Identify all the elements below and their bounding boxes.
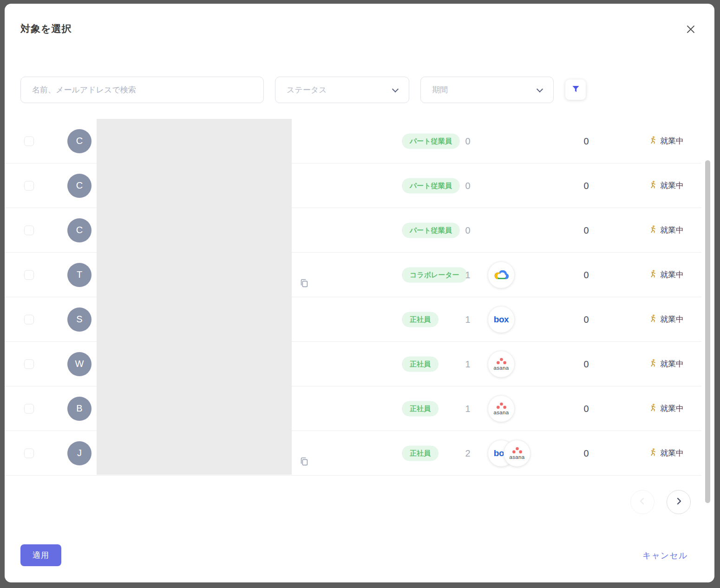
status: 就業中 [648,180,684,191]
avatar: C [67,218,92,242]
chevron-right-icon [674,497,683,508]
row-checkbox[interactable] [24,404,34,413]
avatar: T [67,263,92,287]
runner-icon [648,314,657,325]
app-count: 1 [460,269,476,280]
status-select[interactable]: ステータス [275,77,409,103]
chevron-left-icon [638,497,647,508]
status: 就業中 [648,448,684,459]
app-icons: asana [488,395,515,422]
secondary-count: 0 [581,269,592,280]
avatar: J [67,441,92,465]
asana-icon: asana [488,351,515,378]
row-checkbox[interactable] [24,448,34,458]
row-checkbox[interactable] [24,225,34,235]
secondary-count: 0 [581,180,592,191]
google-cloud-icon [488,261,515,288]
app-count: 0 [460,136,476,146]
employment-type-badge: パート従業員 [402,178,460,193]
period-select-label: 期間 [432,85,448,95]
app-count: 2 [460,448,476,458]
app-count: 0 [460,225,476,235]
status-label: 就業中 [660,180,684,191]
row-checkbox[interactable] [24,314,34,324]
redacted-names-block [97,119,292,475]
runner-icon [648,403,657,414]
avatar: W [67,352,92,376]
row-checkbox[interactable] [24,270,34,280]
close-icon [687,25,695,35]
employment-type-badge: パート従業員 [402,222,460,238]
app-icons: asana [488,351,515,378]
funnel-icon [571,84,581,96]
status-label: 就業中 [660,314,684,325]
avatar: C [67,174,92,198]
chevron-down-icon [537,86,543,92]
status-label: 就業中 [660,225,684,235]
app-icons [488,261,515,288]
search-input[interactable] [21,77,263,103]
app-icons: boxasana [488,440,530,467]
status-label: 就業中 [660,448,684,458]
period-select[interactable]: 期間 [420,77,554,103]
runner-icon [648,225,657,236]
employment-type-badge: 正社員 [402,356,439,372]
box-logo-text: box [494,314,509,325]
asana-icon: asana [504,440,530,467]
status: 就業中 [648,359,684,370]
status-select-label: ステータス [287,85,327,95]
secondary-count: 0 [581,136,592,146]
status-label: 就業中 [660,403,684,414]
runner-icon [648,180,657,191]
employment-type-badge: 正社員 [402,312,439,327]
scrollbar-thumb[interactable] [705,160,710,503]
status: 就業中 [648,136,684,147]
app-count: 1 [460,359,476,369]
asana-logo-text: asana [494,365,509,371]
filter-button[interactable] [565,79,586,100]
secondary-count: 0 [581,448,592,458]
runner-icon [648,448,657,459]
employment-type-badge: 正社員 [402,401,439,416]
secondary-count: 0 [581,314,592,325]
status: 就業中 [648,225,684,236]
modal-title: 対象を選択 [20,22,72,35]
prev-page-button[interactable] [630,490,655,514]
asana-logo-text: asana [494,410,509,415]
row-checkbox[interactable] [24,181,34,190]
employment-type-badge: コラボレーター [402,267,467,282]
secondary-count: 0 [581,359,592,369]
row-checkbox[interactable] [24,136,34,146]
row-checkbox[interactable] [24,359,34,369]
status-label: 就業中 [660,269,684,280]
secondary-count: 0 [581,225,592,235]
employment-type-badge: パート従業員 [402,133,460,149]
avatar: C [67,129,92,153]
asana-logo-text: asana [510,454,525,460]
box-icon: box [488,306,515,333]
secondary-count: 0 [581,403,592,414]
status-label: 就業中 [660,136,684,146]
apply-button[interactable]: 適用 [20,544,61,566]
cancel-button[interactable]: キャンセル [642,550,687,561]
asana-icon: asana [488,395,515,422]
app-count: 0 [460,180,476,191]
search-box [20,77,264,103]
avatar: B [67,397,92,421]
app-icons: box [488,306,515,333]
app-count: 1 [460,314,476,325]
status-label: 就業中 [660,359,684,369]
copy-icon[interactable] [299,457,309,467]
runner-icon [648,359,657,370]
runner-icon [648,136,657,147]
close-button[interactable] [685,24,697,36]
avatar: S [67,307,92,332]
select-target-modal: 対象を選択 ステータス 期間 C パート従業員 0 0 [5,4,714,582]
next-page-button[interactable] [667,490,691,514]
employment-type-badge: 正社員 [402,445,439,461]
app-count: 1 [460,403,476,414]
runner-icon [648,269,657,281]
chevron-down-icon [392,86,399,92]
copy-icon[interactable] [299,278,309,288]
status: 就業中 [648,269,684,281]
